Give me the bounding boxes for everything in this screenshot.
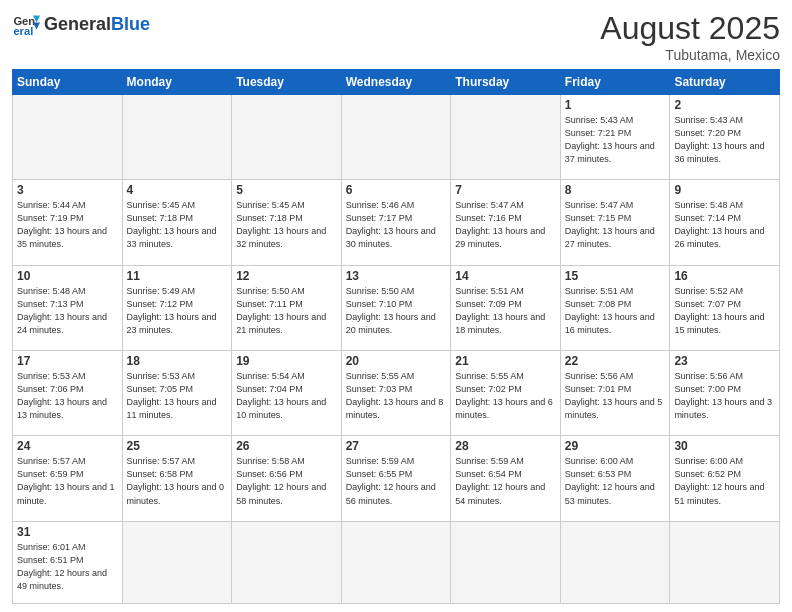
table-row: 22Sunrise: 5:56 AM Sunset: 7:01 PM Dayli…	[560, 351, 670, 436]
table-row	[341, 521, 451, 603]
logo-icon: Gen eral	[12, 10, 40, 38]
logo: Gen eral GeneralBlue	[12, 10, 150, 38]
table-row: 11Sunrise: 5:49 AM Sunset: 7:12 PM Dayli…	[122, 265, 232, 350]
day-number: 31	[17, 525, 118, 539]
day-number: 19	[236, 354, 337, 368]
day-info: Sunrise: 5:47 AM Sunset: 7:16 PM Dayligh…	[455, 199, 556, 251]
day-info: Sunrise: 6:00 AM Sunset: 6:52 PM Dayligh…	[674, 455, 775, 507]
table-row	[122, 95, 232, 180]
header: Gen eral GeneralBlue August 2025 Tubutam…	[12, 10, 780, 63]
day-info: Sunrise: 5:52 AM Sunset: 7:07 PM Dayligh…	[674, 285, 775, 337]
day-number: 24	[17, 439, 118, 453]
day-number: 10	[17, 269, 118, 283]
logo-blue: Blue	[111, 14, 150, 34]
table-row: 3Sunrise: 5:44 AM Sunset: 7:19 PM Daylig…	[13, 180, 123, 265]
day-info: Sunrise: 5:55 AM Sunset: 7:03 PM Dayligh…	[346, 370, 447, 422]
month-title: August 2025	[600, 10, 780, 47]
header-friday: Friday	[560, 70, 670, 95]
day-info: Sunrise: 5:47 AM Sunset: 7:15 PM Dayligh…	[565, 199, 666, 251]
table-row	[451, 521, 561, 603]
day-info: Sunrise: 5:45 AM Sunset: 7:18 PM Dayligh…	[127, 199, 228, 251]
day-number: 21	[455, 354, 556, 368]
table-row: 29Sunrise: 6:00 AM Sunset: 6:53 PM Dayli…	[560, 436, 670, 521]
header-saturday: Saturday	[670, 70, 780, 95]
table-row: 13Sunrise: 5:50 AM Sunset: 7:10 PM Dayli…	[341, 265, 451, 350]
day-info: Sunrise: 5:58 AM Sunset: 6:56 PM Dayligh…	[236, 455, 337, 507]
day-info: Sunrise: 6:01 AM Sunset: 6:51 PM Dayligh…	[17, 541, 118, 593]
table-row: 16Sunrise: 5:52 AM Sunset: 7:07 PM Dayli…	[670, 265, 780, 350]
table-row: 15Sunrise: 5:51 AM Sunset: 7:08 PM Dayli…	[560, 265, 670, 350]
day-number: 25	[127, 439, 228, 453]
table-row	[670, 521, 780, 603]
day-number: 14	[455, 269, 556, 283]
table-row: 25Sunrise: 5:57 AM Sunset: 6:58 PM Dayli…	[122, 436, 232, 521]
day-info: Sunrise: 5:51 AM Sunset: 7:09 PM Dayligh…	[455, 285, 556, 337]
day-number: 4	[127, 183, 228, 197]
table-row	[341, 95, 451, 180]
day-info: Sunrise: 5:56 AM Sunset: 7:01 PM Dayligh…	[565, 370, 666, 422]
header-wednesday: Wednesday	[341, 70, 451, 95]
day-number: 7	[455, 183, 556, 197]
table-row	[560, 521, 670, 603]
day-info: Sunrise: 5:50 AM Sunset: 7:10 PM Dayligh…	[346, 285, 447, 337]
day-info: Sunrise: 5:45 AM Sunset: 7:18 PM Dayligh…	[236, 199, 337, 251]
day-number: 3	[17, 183, 118, 197]
table-row: 31Sunrise: 6:01 AM Sunset: 6:51 PM Dayli…	[13, 521, 123, 603]
day-info: Sunrise: 5:49 AM Sunset: 7:12 PM Dayligh…	[127, 285, 228, 337]
table-row: 19Sunrise: 5:54 AM Sunset: 7:04 PM Dayli…	[232, 351, 342, 436]
day-info: Sunrise: 5:57 AM Sunset: 6:59 PM Dayligh…	[17, 455, 118, 507]
day-number: 12	[236, 269, 337, 283]
table-row	[451, 95, 561, 180]
table-row: 26Sunrise: 5:58 AM Sunset: 6:56 PM Dayli…	[232, 436, 342, 521]
table-row: 6Sunrise: 5:46 AM Sunset: 7:17 PM Daylig…	[341, 180, 451, 265]
table-row: 1Sunrise: 5:43 AM Sunset: 7:21 PM Daylig…	[560, 95, 670, 180]
day-info: Sunrise: 5:44 AM Sunset: 7:19 PM Dayligh…	[17, 199, 118, 251]
day-number: 17	[17, 354, 118, 368]
day-number: 22	[565, 354, 666, 368]
table-row: 5Sunrise: 5:45 AM Sunset: 7:18 PM Daylig…	[232, 180, 342, 265]
table-row: 7Sunrise: 5:47 AM Sunset: 7:16 PM Daylig…	[451, 180, 561, 265]
title-block: August 2025 Tubutama, Mexico	[600, 10, 780, 63]
table-row: 10Sunrise: 5:48 AM Sunset: 7:13 PM Dayli…	[13, 265, 123, 350]
day-info: Sunrise: 5:46 AM Sunset: 7:17 PM Dayligh…	[346, 199, 447, 251]
day-number: 9	[674, 183, 775, 197]
day-number: 16	[674, 269, 775, 283]
day-number: 29	[565, 439, 666, 453]
table-row: 8Sunrise: 5:47 AM Sunset: 7:15 PM Daylig…	[560, 180, 670, 265]
svg-text:eral: eral	[13, 25, 33, 37]
day-info: Sunrise: 6:00 AM Sunset: 6:53 PM Dayligh…	[565, 455, 666, 507]
table-row	[232, 95, 342, 180]
table-row: 4Sunrise: 5:45 AM Sunset: 7:18 PM Daylig…	[122, 180, 232, 265]
day-number: 11	[127, 269, 228, 283]
header-tuesday: Tuesday	[232, 70, 342, 95]
day-info: Sunrise: 5:57 AM Sunset: 6:58 PM Dayligh…	[127, 455, 228, 507]
calendar-table: Sunday Monday Tuesday Wednesday Thursday…	[12, 69, 780, 604]
table-row: 20Sunrise: 5:55 AM Sunset: 7:03 PM Dayli…	[341, 351, 451, 436]
day-info: Sunrise: 5:48 AM Sunset: 7:13 PM Dayligh…	[17, 285, 118, 337]
table-row	[122, 521, 232, 603]
header-thursday: Thursday	[451, 70, 561, 95]
table-row: 28Sunrise: 5:59 AM Sunset: 6:54 PM Dayli…	[451, 436, 561, 521]
day-info: Sunrise: 5:43 AM Sunset: 7:21 PM Dayligh…	[565, 114, 666, 166]
day-info: Sunrise: 5:53 AM Sunset: 7:06 PM Dayligh…	[17, 370, 118, 422]
table-row	[13, 95, 123, 180]
day-info: Sunrise: 5:51 AM Sunset: 7:08 PM Dayligh…	[565, 285, 666, 337]
day-number: 8	[565, 183, 666, 197]
day-info: Sunrise: 5:48 AM Sunset: 7:14 PM Dayligh…	[674, 199, 775, 251]
day-number: 30	[674, 439, 775, 453]
table-row: 18Sunrise: 5:53 AM Sunset: 7:05 PM Dayli…	[122, 351, 232, 436]
day-info: Sunrise: 5:43 AM Sunset: 7:20 PM Dayligh…	[674, 114, 775, 166]
table-row: 23Sunrise: 5:56 AM Sunset: 7:00 PM Dayli…	[670, 351, 780, 436]
day-number: 5	[236, 183, 337, 197]
table-row: 21Sunrise: 5:55 AM Sunset: 7:02 PM Dayli…	[451, 351, 561, 436]
day-number: 28	[455, 439, 556, 453]
day-info: Sunrise: 5:54 AM Sunset: 7:04 PM Dayligh…	[236, 370, 337, 422]
logo-general: General	[44, 14, 111, 34]
location: Tubutama, Mexico	[600, 47, 780, 63]
table-row: 2Sunrise: 5:43 AM Sunset: 7:20 PM Daylig…	[670, 95, 780, 180]
day-number: 13	[346, 269, 447, 283]
day-number: 6	[346, 183, 447, 197]
table-row: 17Sunrise: 5:53 AM Sunset: 7:06 PM Dayli…	[13, 351, 123, 436]
table-row: 9Sunrise: 5:48 AM Sunset: 7:14 PM Daylig…	[670, 180, 780, 265]
day-number: 18	[127, 354, 228, 368]
